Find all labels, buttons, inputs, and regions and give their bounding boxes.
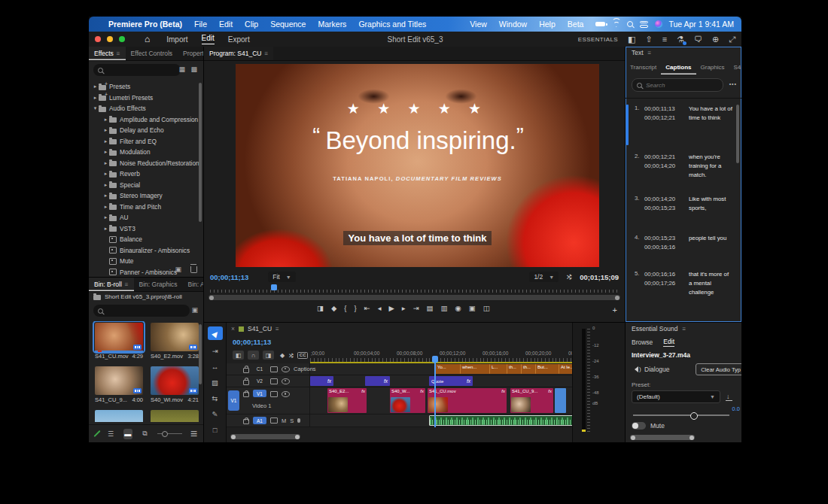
panel-menu-icon[interactable]: ≡ (125, 281, 129, 288)
video-clip[interactable]: S41_CU_9...fx (510, 388, 553, 413)
minimize-window-button[interactable] (107, 36, 113, 42)
tab-overflow[interactable]: S4 (729, 59, 741, 74)
track-a1-button[interactable]: A1 (253, 417, 266, 424)
tab-edit[interactable]: Edit (202, 34, 215, 44)
tab-graphics[interactable]: Graphics (696, 59, 729, 74)
caption-clip[interactable]: th... (521, 364, 536, 374)
feedback-chat-icon[interactable]: 🗨 (694, 35, 702, 44)
spotlight-search-icon[interactable] (627, 21, 633, 27)
panel-menu-icon[interactable]: ≡ (264, 50, 268, 57)
menu-item[interactable]: Help (539, 20, 556, 29)
transport-icon[interactable]: ▣ (469, 304, 476, 312)
track-c1-button[interactable]: C1 (253, 366, 266, 373)
home-icon[interactable]: ⌂ (145, 34, 150, 44)
caption-clip[interactable]: Yo... (435, 364, 461, 374)
add-marker-icon[interactable]: ◆ (280, 352, 285, 359)
share-icon[interactable]: ⇧ (645, 35, 652, 44)
lock-icon[interactable] (243, 368, 249, 373)
bin-clip[interactable] (151, 410, 199, 422)
menu-item[interactable]: Sequence (270, 20, 306, 29)
timeline-tool-icon[interactable]: ⇆ (212, 394, 218, 403)
timeline-option-icon[interactable]: ◧ (233, 351, 244, 360)
sound-hscrollbar[interactable] (630, 435, 695, 440)
menu-item[interactable]: Edit (219, 20, 233, 29)
caption-timecodes[interactable]: 00;00;12;2100;00;14;20 (644, 153, 675, 171)
timeline-tool-icon[interactable]: □ (213, 426, 218, 435)
timeline-playhead[interactable] (432, 356, 438, 363)
effects-tree-item[interactable]: ▸ Amplitude and Compression (92, 114, 200, 126)
graphic-clip[interactable]: fx (310, 376, 333, 386)
32bit-effects-icon[interactable]: ▩ (190, 65, 197, 73)
timeline-timecode[interactable]: 00;00;11;13 (233, 338, 271, 346)
sort-icon[interactable]: ≡ (190, 427, 197, 441)
program-scrollbar[interactable] (209, 295, 620, 300)
transport-icon[interactable]: ▤ (426, 304, 433, 312)
timeline-tool-icon[interactable]: ✎ (212, 410, 218, 419)
tab-export[interactable]: Export (228, 35, 250, 44)
audio-clip[interactable] (429, 415, 592, 426)
preset-select[interactable]: (Default)▼ (632, 390, 720, 403)
effects-tree-item[interactable]: ▸ VST3 (92, 223, 200, 235)
caption-list-item[interactable]: 4. 00;00;15;2300;00;16;16 people tell yo… (626, 234, 741, 257)
panel-menu-icon[interactable]: ≡ (275, 326, 279, 332)
transport-icon[interactable]: ◉ (455, 304, 461, 312)
thumbnail-size-slider[interactable] (157, 433, 181, 435)
beta-beaker-icon[interactable]: ⚗ (677, 35, 684, 44)
transport-icon[interactable]: ◆ (331, 304, 336, 312)
caption-timecodes[interactable]: 00;00;14;2000;00;15;23 (644, 195, 675, 213)
playback-resolution-select[interactable]: 1/2▼ (529, 272, 559, 282)
transport-icon[interactable]: ▶ (388, 304, 394, 312)
program-video[interactable]: ★ ★ ★ ★ ★ “ Beyond inspiring.” TATIANA N… (236, 64, 599, 267)
effects-tree-item[interactable]: ▸ Presets (92, 81, 200, 93)
track-badge-icon[interactable] (270, 417, 278, 424)
bin-clip[interactable]: S40_WI.mov 4:21 (151, 366, 199, 403)
tab-program[interactable]: Program: S41_CU≡ (204, 47, 273, 60)
caption-text[interactable]: people tell you (689, 234, 732, 243)
more-options-icon[interactable]: ••• (729, 81, 737, 87)
transport-icon[interactable]: ▥ (440, 304, 447, 312)
effects-tree-item[interactable]: ▸ Reverb (92, 169, 200, 180)
save-preset-icon[interactable]: ↓ (726, 393, 730, 400)
delete-icon[interactable] (190, 266, 197, 273)
bin-clip[interactable]: S40_E2.mov 3:28 (151, 323, 199, 360)
track-visibility-eye-icon[interactable] (282, 391, 290, 397)
workspace-panel-icon[interactable]: ◧ (628, 35, 635, 44)
timeline-tool-icon[interactable]: ▨ (212, 378, 218, 387)
tab-captions[interactable]: Captions (661, 59, 696, 74)
selection-tool[interactable]: ▶ (208, 326, 223, 340)
effects-tree-item[interactable]: ▸ Modulation (92, 147, 200, 158)
zoom-level-select[interactable]: Fit▼ (268, 272, 295, 282)
caption-list-item[interactable]: 2. 00;00;12;2100;00;14;20 when you're tr… (626, 153, 741, 184)
graphic-clip[interactable]: Quotefx (429, 376, 473, 386)
workspace-label[interactable]: ESSENTIALS (578, 36, 618, 43)
menu-bar-clock[interactable]: Tue Apr 1 9:41 AM (668, 20, 734, 29)
tab-browse[interactable]: Browse (632, 339, 653, 346)
transport-icon[interactable]: { (344, 304, 346, 312)
caption-clip[interactable]: L... (489, 364, 507, 374)
effects-search[interactable] (93, 64, 181, 76)
timeline-option-icon[interactable]: ◨ (263, 351, 274, 360)
graphic-clip[interactable]: fx (365, 376, 390, 386)
effects-scrollbar[interactable] (199, 83, 202, 222)
caption-list-item[interactable]: 5. 00;00;16;1600;00;17;26 that it's more… (626, 270, 741, 302)
caption-list-item[interactable]: 3. 00;00;14;2000;00;15;23 Like with most… (626, 195, 741, 217)
fullscreen-icon[interactable]: ⤢ (729, 35, 735, 44)
siri-icon[interactable] (655, 20, 662, 28)
track-badge-icon[interactable] (270, 366, 278, 372)
tab-edit[interactable]: Edit (663, 338, 674, 347)
effects-tree-item[interactable]: ▸ Lumetri Presets (92, 93, 200, 104)
zoom-window-button[interactable] (119, 36, 125, 42)
track-visibility-eye-icon[interactable] (282, 366, 290, 372)
wifi-icon[interactable] (612, 21, 620, 28)
control-center-icon[interactable] (640, 21, 648, 28)
effects-tree-item[interactable]: ▸ Time and Pitch (92, 202, 200, 213)
timeline-hscrollbar[interactable] (230, 434, 300, 439)
caption-text[interactable]: that it's more of a mental challenge (689, 270, 732, 297)
button-editor-plus-icon[interactable]: + (613, 305, 617, 314)
caption-timecodes[interactable]: 00;00;11;1300;00;12;21 (644, 105, 675, 123)
list-view-icon[interactable]: ☰ (106, 429, 115, 439)
render-queue-icon[interactable]: ≡ (662, 35, 667, 44)
battery-icon[interactable] (595, 22, 605, 26)
app-menu[interactable]: Premiere Pro (Beta) (108, 20, 182, 29)
mute-toggle[interactable] (632, 422, 646, 430)
